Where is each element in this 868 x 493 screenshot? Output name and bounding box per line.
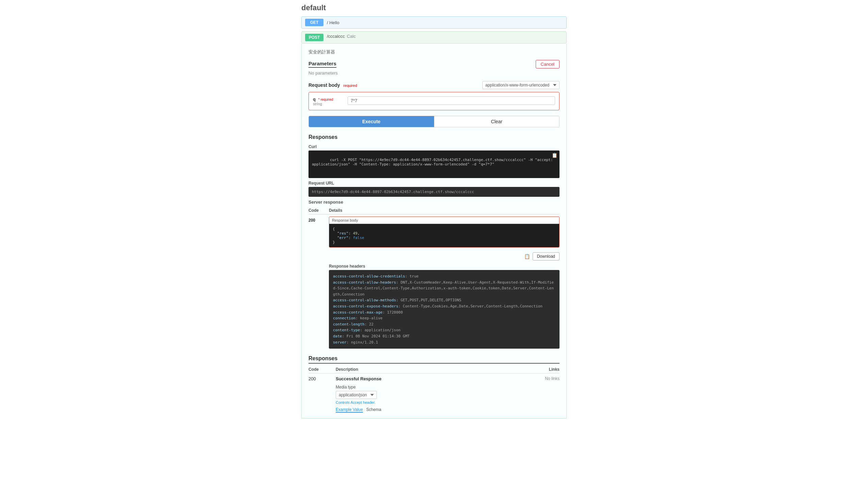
field-label-block: q * required string <box>313 96 344 106</box>
post-endpoint[interactable]: POST /cccalccc Calc <box>301 31 567 44</box>
field-name-row: q * required <box>313 96 344 102</box>
response-body-label: Response body <box>329 217 559 224</box>
example-value-row: Example Value Schema <box>336 407 532 413</box>
action-buttons: Execute Clear <box>308 116 560 127</box>
response-body-content: { "res": 49, "err": false } <box>329 224 559 247</box>
request-body-title: Request body <box>308 82 340 88</box>
curl-label: Curl <box>308 144 560 149</box>
request-url-value: https://4e9ec7d9-dc44-4e44-8897-02b634c4… <box>308 187 560 197</box>
cancel-button[interactable]: Cancel <box>536 60 560 68</box>
request-url-label: Request URL <box>308 181 560 186</box>
execute-button[interactable]: Execute <box>309 116 434 127</box>
media-type-label: Media type <box>336 385 532 389</box>
response-body-actions: 📋 Download <box>329 250 560 263</box>
curl-value: curl -X POST "https://4e9ec7d9-dc44-4e44… <box>308 150 560 178</box>
response-headers-content: access-control-allow-credentials: true a… <box>329 270 560 349</box>
post-endpoint-path: /cccalccc <box>327 34 345 39</box>
request-url-section: Request URL https://4e9ec7d9-dc44-4e44-8… <box>308 181 560 197</box>
content-type-select[interactable]: application/x-www-form-urlencoded applic… <box>482 81 560 89</box>
field-required-badge: * required <box>318 98 333 101</box>
schema-tab[interactable]: Schema <box>366 407 381 413</box>
bottom-response-desc: Successful Response Media type applicati… <box>336 376 532 413</box>
bottom-responses-section: Responses Code Description Links 200 Suc… <box>308 355 560 413</box>
form-field-q: q * required string <box>313 96 555 106</box>
parameters-title: Parameters <box>308 61 336 68</box>
post-expanded-section: 安全的計算器 Parameters Cancel No parameters R… <box>301 44 567 418</box>
post-summary: Calc <box>347 34 356 39</box>
example-value-tab[interactable]: Example Value <box>336 407 363 413</box>
post-method-badge: POST <box>305 34 323 41</box>
download-button[interactable]: Download <box>533 252 560 260</box>
get-method-badge: GET <box>305 19 323 26</box>
bottom-responses-title: Responses <box>308 355 560 364</box>
response-details: Response body { "res": 49, "err": false … <box>329 217 560 349</box>
field-name: q <box>313 97 316 102</box>
media-type-select[interactable]: application/json <box>336 391 377 399</box>
server-response-section: Server response Code Details 200 Respons… <box>308 200 560 349</box>
field-type: string <box>313 102 344 106</box>
response-table-header: Code Details <box>308 207 560 214</box>
page-title: default <box>301 3 567 12</box>
bottom-code-header: Code <box>308 367 336 372</box>
get-endpoint-path: / Hello <box>327 20 339 25</box>
curl-section: Curl curl -X POST "https://4e9ec7d9-dc44… <box>308 144 560 178</box>
request-body-required: required <box>343 83 357 88</box>
details-header: Details <box>329 208 560 213</box>
post-description: 安全的計算器 <box>308 49 560 55</box>
response-code: 200 <box>308 217 329 223</box>
curl-copy-icon[interactable]: 📋 <box>552 153 557 158</box>
bottom-response-code: 200 <box>308 376 336 381</box>
response-copy-icon[interactable]: 📋 <box>524 254 530 259</box>
no-params-text: No parameters <box>308 70 560 76</box>
code-header: Code <box>308 208 329 213</box>
server-response-label: Server response <box>308 200 560 205</box>
controls-accept-text: Controls Accept header. <box>336 400 532 404</box>
response-row: 200 Response body { "res": 49, "err": fa… <box>308 217 560 349</box>
bottom-desc-header: Description <box>336 367 532 372</box>
request-body-header: Request body required application/x-www-… <box>308 81 560 89</box>
bottom-response-links: No links <box>532 376 560 381</box>
clear-button[interactable]: Clear <box>434 116 560 127</box>
request-body-title-container: Request body required <box>308 82 357 88</box>
bottom-links-header: Links <box>532 367 560 372</box>
field-q-input[interactable] <box>348 96 555 105</box>
bottom-response-row: 200 Successful Response Media type appli… <box>308 376 560 413</box>
request-body-form: q * required string <box>308 92 560 110</box>
bottom-table-header: Code Description Links <box>308 367 560 373</box>
response-headers-label: Response headers <box>329 264 560 269</box>
successful-response-text: Successful Response <box>336 376 532 381</box>
get-endpoint[interactable]: GET / Hello <box>301 16 567 29</box>
responses-title: Responses <box>308 134 560 140</box>
response-body-box: Response body { "res": 49, "err": false … <box>329 217 560 248</box>
parameters-header: Parameters Cancel <box>308 60 560 68</box>
